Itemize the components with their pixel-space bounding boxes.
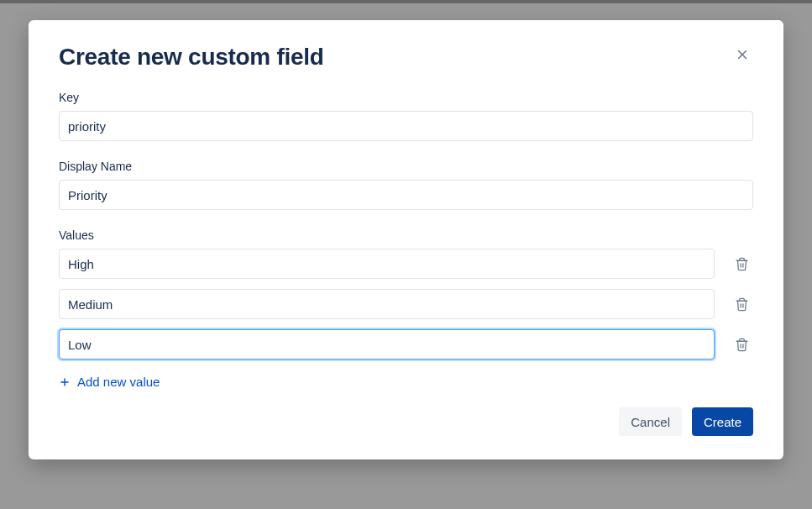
backdrop-bar — [0, 0, 812, 3]
display-name-field-group: Display Name — [59, 160, 753, 210]
cancel-button[interactable]: Cancel — [619, 407, 682, 436]
create-button[interactable]: Create — [692, 407, 753, 436]
delete-value-button[interactable] — [730, 334, 753, 355]
modal-footer: Cancel Create — [59, 407, 753, 436]
plus-icon — [59, 376, 71, 388]
key-input[interactable] — [59, 111, 753, 141]
modal-title: Create new custom field — [59, 44, 324, 71]
trash-icon — [735, 338, 749, 352]
values-list — [59, 249, 753, 359]
values-field-group: Values Add new value — [59, 228, 753, 392]
delete-value-button[interactable] — [730, 294, 753, 315]
key-field-group: Key — [59, 91, 753, 141]
value-row — [59, 249, 753, 279]
delete-value-button[interactable] — [730, 254, 753, 275]
add-value-label: Add new value — [77, 375, 160, 389]
trash-icon — [735, 257, 749, 271]
value-row — [59, 329, 753, 359]
key-label: Key — [59, 91, 753, 104]
display-name-input[interactable] — [59, 180, 753, 210]
close-button[interactable] — [731, 44, 753, 66]
value-row — [59, 289, 753, 319]
value-input[interactable] — [59, 329, 715, 359]
display-name-label: Display Name — [59, 160, 753, 173]
value-input[interactable] — [59, 249, 715, 279]
modal-header: Create new custom field — [59, 44, 753, 71]
values-label: Values — [59, 228, 753, 242]
create-custom-field-modal: Create new custom field Key Display Name… — [29, 20, 783, 459]
add-value-button[interactable]: Add new value — [59, 371, 160, 392]
trash-icon — [735, 297, 749, 312]
value-input[interactable] — [59, 289, 715, 319]
close-icon — [735, 47, 750, 62]
